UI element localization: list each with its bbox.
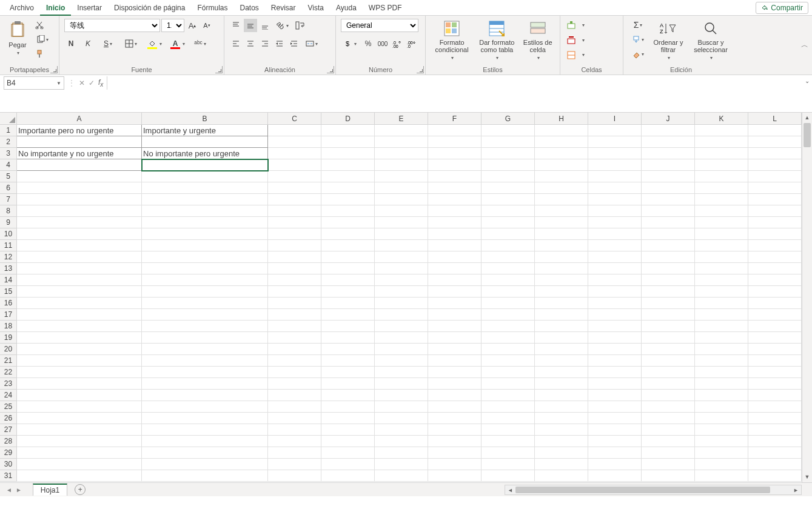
cell[interactable]: [535, 194, 588, 205]
cell[interactable]: [642, 159, 695, 171]
cell[interactable]: [748, 390, 802, 401]
copy-button[interactable]: ▾: [33, 33, 52, 46]
cell[interactable]: [375, 344, 428, 355]
cell[interactable]: [17, 228, 142, 240]
cell[interactable]: [588, 125, 642, 136]
align-middle-button[interactable]: [244, 19, 257, 32]
cell[interactable]: [375, 182, 428, 194]
cell[interactable]: [375, 321, 428, 332]
cell[interactable]: [142, 401, 268, 413]
cell[interactable]: [142, 413, 268, 424]
cell[interactable]: [695, 228, 748, 240]
cell[interactable]: [375, 332, 428, 344]
cell[interactable]: [375, 447, 428, 459]
font-size-select[interactable]: 11: [161, 19, 184, 32]
cell[interactable]: [748, 171, 802, 182]
cell[interactable]: [481, 321, 535, 332]
sheet-next-button[interactable]: ►: [16, 487, 22, 493]
cell[interactable]: [321, 321, 375, 332]
cancel-formula-button[interactable]: ✕: [79, 79, 85, 87]
cell[interactable]: [375, 459, 428, 470]
cell[interactable]: [695, 171, 748, 182]
cell[interactable]: [142, 424, 268, 436]
row-header[interactable]: 4: [0, 159, 17, 171]
cell[interactable]: [695, 424, 748, 436]
row-header[interactable]: 1: [0, 125, 17, 136]
autosum-button[interactable]: Σ▾: [628, 18, 648, 32]
cell[interactable]: [588, 447, 642, 459]
cell[interactable]: [428, 286, 481, 298]
fill-color-button[interactable]: ▾: [144, 37, 164, 50]
cell[interactable]: [321, 401, 375, 413]
cell[interactable]: [428, 332, 481, 344]
cell[interactable]: [642, 309, 695, 321]
cell[interactable]: [268, 125, 321, 136]
cell[interactable]: [375, 470, 428, 482]
cell[interactable]: [268, 274, 321, 286]
cell[interactable]: [481, 240, 535, 251]
cell[interactable]: [428, 171, 481, 182]
cell[interactable]: [268, 298, 321, 309]
cell[interactable]: [321, 459, 375, 470]
cell[interactable]: [535, 459, 588, 470]
cell[interactable]: [642, 274, 695, 286]
row-header[interactable]: 16: [0, 298, 17, 309]
cell[interactable]: [321, 309, 375, 321]
find-select-button[interactable]: Buscar y seleccionar▾: [689, 18, 733, 62]
cell[interactable]: [642, 240, 695, 251]
cell[interactable]: [375, 378, 428, 390]
cell[interactable]: [588, 251, 642, 263]
cell[interactable]: [142, 309, 268, 321]
align-bottom-button[interactable]: [258, 19, 272, 32]
cell[interactable]: [642, 205, 695, 217]
cell[interactable]: [268, 321, 321, 332]
cell[interactable]: [17, 355, 142, 367]
cell[interactable]: [321, 298, 375, 309]
cell[interactable]: [481, 378, 535, 390]
cell[interactable]: [17, 217, 142, 228]
cell[interactable]: [695, 217, 748, 228]
cell[interactable]: [375, 401, 428, 413]
cell[interactable]: [748, 274, 802, 286]
dialog-launcher-number[interactable]: [417, 66, 424, 73]
cell[interactable]: [321, 171, 375, 182]
cell[interactable]: [695, 332, 748, 344]
cell[interactable]: [428, 298, 481, 309]
cell[interactable]: [481, 344, 535, 355]
cell[interactable]: [481, 309, 535, 321]
cell[interactable]: [268, 355, 321, 367]
cell[interactable]: [481, 274, 535, 286]
cell[interactable]: [481, 424, 535, 436]
cell[interactable]: [695, 459, 748, 470]
cell[interactable]: [588, 298, 642, 309]
cell[interactable]: [142, 171, 268, 182]
align-right-button[interactable]: [258, 37, 272, 50]
cell[interactable]: Importante y urgente: [142, 125, 268, 136]
align-center-button[interactable]: [244, 37, 257, 50]
cell[interactable]: [695, 194, 748, 205]
cell[interactable]: [588, 413, 642, 424]
cell[interactable]: [142, 286, 268, 298]
cell[interactable]: [375, 159, 428, 171]
column-header[interactable]: G: [481, 113, 535, 124]
row-header[interactable]: 8: [0, 205, 17, 217]
cell[interactable]: [375, 194, 428, 205]
cell[interactable]: [375, 263, 428, 274]
cell[interactable]: [535, 136, 588, 148]
cell[interactable]: [375, 240, 428, 251]
cell[interactable]: [481, 182, 535, 194]
number-format-select[interactable]: General: [341, 19, 418, 32]
cell[interactable]: [428, 344, 481, 355]
cell[interactable]: [642, 298, 695, 309]
tab-insertar[interactable]: Insertar: [71, 0, 108, 16]
cell[interactable]: [748, 321, 802, 332]
cell-styles-button[interactable]: Estilos de celda▾: [520, 18, 555, 62]
cell[interactable]: [588, 263, 642, 274]
cell[interactable]: [642, 228, 695, 240]
comma-style-button[interactable]: 000: [376, 37, 389, 50]
cell[interactable]: [17, 424, 142, 436]
row-header[interactable]: 17: [0, 309, 17, 321]
italic-button[interactable]: K: [81, 37, 95, 50]
cell[interactable]: [428, 240, 481, 251]
cell[interactable]: [321, 332, 375, 344]
